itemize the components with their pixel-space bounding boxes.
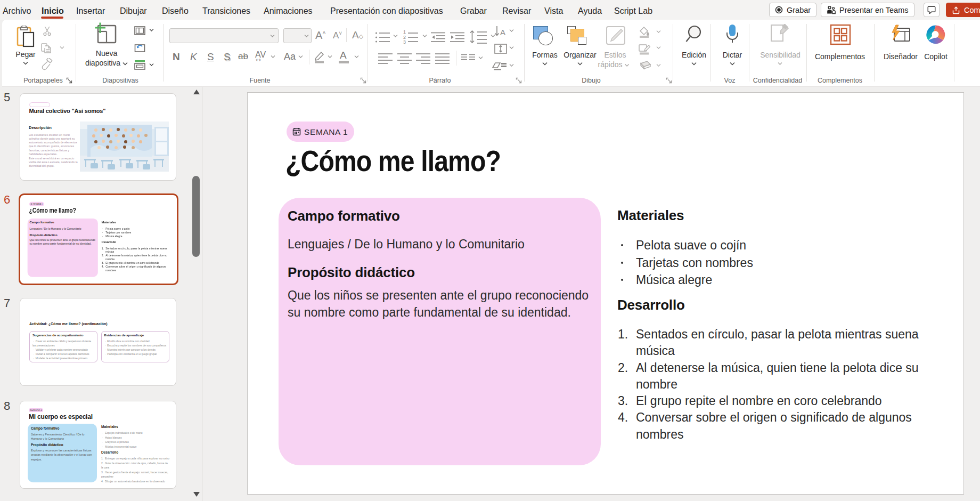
svg-text:A: A — [500, 28, 505, 37]
